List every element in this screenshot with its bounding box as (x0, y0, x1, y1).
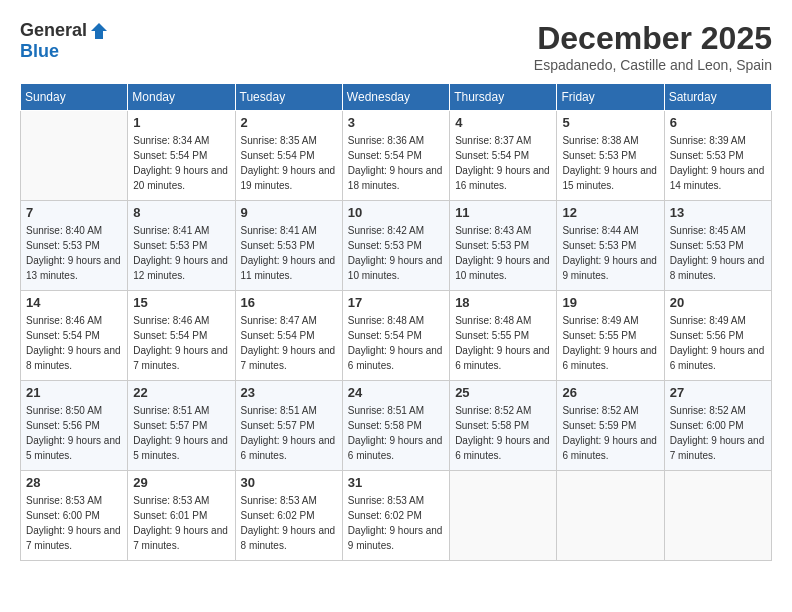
logo: General Blue (20, 20, 109, 62)
day-number: 26 (562, 385, 658, 400)
calendar-cell: 19Sunrise: 8:49 AMSunset: 5:55 PMDayligh… (557, 291, 664, 381)
day-info: Sunrise: 8:42 AMSunset: 5:53 PMDaylight:… (348, 223, 444, 283)
day-number: 29 (133, 475, 229, 490)
day-info: Sunrise: 8:52 AMSunset: 5:59 PMDaylight:… (562, 403, 658, 463)
calendar-cell: 31Sunrise: 8:53 AMSunset: 6:02 PMDayligh… (342, 471, 449, 561)
day-info: Sunrise: 8:39 AMSunset: 5:53 PMDaylight:… (670, 133, 766, 193)
day-number: 22 (133, 385, 229, 400)
calendar-header-friday: Friday (557, 84, 664, 111)
calendar-cell: 11Sunrise: 8:43 AMSunset: 5:53 PMDayligh… (450, 201, 557, 291)
day-info: Sunrise: 8:45 AMSunset: 5:53 PMDaylight:… (670, 223, 766, 283)
day-info: Sunrise: 8:53 AMSunset: 6:02 PMDaylight:… (348, 493, 444, 553)
day-info: Sunrise: 8:38 AMSunset: 5:53 PMDaylight:… (562, 133, 658, 193)
day-info: Sunrise: 8:43 AMSunset: 5:53 PMDaylight:… (455, 223, 551, 283)
calendar-cell: 23Sunrise: 8:51 AMSunset: 5:57 PMDayligh… (235, 381, 342, 471)
calendar-week-row: 1Sunrise: 8:34 AMSunset: 5:54 PMDaylight… (21, 111, 772, 201)
calendar-cell: 24Sunrise: 8:51 AMSunset: 5:58 PMDayligh… (342, 381, 449, 471)
calendar-cell (664, 471, 771, 561)
day-info: Sunrise: 8:50 AMSunset: 5:56 PMDaylight:… (26, 403, 122, 463)
calendar-week-row: 14Sunrise: 8:46 AMSunset: 5:54 PMDayligh… (21, 291, 772, 381)
month-title: December 2025 (534, 20, 772, 57)
calendar-cell: 1Sunrise: 8:34 AMSunset: 5:54 PMDaylight… (128, 111, 235, 201)
calendar-cell: 7Sunrise: 8:40 AMSunset: 5:53 PMDaylight… (21, 201, 128, 291)
day-info: Sunrise: 8:52 AMSunset: 6:00 PMDaylight:… (670, 403, 766, 463)
calendar-cell: 28Sunrise: 8:53 AMSunset: 6:00 PMDayligh… (21, 471, 128, 561)
day-number: 8 (133, 205, 229, 220)
day-number: 23 (241, 385, 337, 400)
day-number: 9 (241, 205, 337, 220)
location-text: Espadanedo, Castille and Leon, Spain (534, 57, 772, 73)
calendar-cell: 9Sunrise: 8:41 AMSunset: 5:53 PMDaylight… (235, 201, 342, 291)
day-info: Sunrise: 8:47 AMSunset: 5:54 PMDaylight:… (241, 313, 337, 373)
day-info: Sunrise: 8:53 AMSunset: 6:00 PMDaylight:… (26, 493, 122, 553)
calendar-week-row: 7Sunrise: 8:40 AMSunset: 5:53 PMDaylight… (21, 201, 772, 291)
calendar-cell: 4Sunrise: 8:37 AMSunset: 5:54 PMDaylight… (450, 111, 557, 201)
calendar-header-wednesday: Wednesday (342, 84, 449, 111)
calendar-header-sunday: Sunday (21, 84, 128, 111)
calendar-cell: 3Sunrise: 8:36 AMSunset: 5:54 PMDaylight… (342, 111, 449, 201)
calendar-cell: 6Sunrise: 8:39 AMSunset: 5:53 PMDaylight… (664, 111, 771, 201)
calendar-cell: 10Sunrise: 8:42 AMSunset: 5:53 PMDayligh… (342, 201, 449, 291)
day-info: Sunrise: 8:51 AMSunset: 5:57 PMDaylight:… (241, 403, 337, 463)
day-number: 5 (562, 115, 658, 130)
day-info: Sunrise: 8:35 AMSunset: 5:54 PMDaylight:… (241, 133, 337, 193)
day-info: Sunrise: 8:36 AMSunset: 5:54 PMDaylight:… (348, 133, 444, 193)
day-info: Sunrise: 8:49 AMSunset: 5:56 PMDaylight:… (670, 313, 766, 373)
day-number: 21 (26, 385, 122, 400)
svg-marker-0 (91, 23, 107, 39)
logo-icon (89, 21, 109, 41)
day-number: 27 (670, 385, 766, 400)
day-info: Sunrise: 8:37 AMSunset: 5:54 PMDaylight:… (455, 133, 551, 193)
day-number: 14 (26, 295, 122, 310)
day-number: 28 (26, 475, 122, 490)
day-number: 10 (348, 205, 444, 220)
day-number: 2 (241, 115, 337, 130)
calendar-cell (557, 471, 664, 561)
day-info: Sunrise: 8:53 AMSunset: 6:02 PMDaylight:… (241, 493, 337, 553)
calendar-cell: 17Sunrise: 8:48 AMSunset: 5:54 PMDayligh… (342, 291, 449, 381)
calendar-cell: 26Sunrise: 8:52 AMSunset: 5:59 PMDayligh… (557, 381, 664, 471)
page-header: General Blue December 2025 Espadanedo, C… (20, 20, 772, 73)
day-info: Sunrise: 8:52 AMSunset: 5:58 PMDaylight:… (455, 403, 551, 463)
day-number: 24 (348, 385, 444, 400)
calendar-cell: 2Sunrise: 8:35 AMSunset: 5:54 PMDaylight… (235, 111, 342, 201)
day-info: Sunrise: 8:51 AMSunset: 5:57 PMDaylight:… (133, 403, 229, 463)
day-number: 30 (241, 475, 337, 490)
calendar-cell: 27Sunrise: 8:52 AMSunset: 6:00 PMDayligh… (664, 381, 771, 471)
calendar-cell: 8Sunrise: 8:41 AMSunset: 5:53 PMDaylight… (128, 201, 235, 291)
calendar-cell: 29Sunrise: 8:53 AMSunset: 6:01 PMDayligh… (128, 471, 235, 561)
calendar-cell: 13Sunrise: 8:45 AMSunset: 5:53 PMDayligh… (664, 201, 771, 291)
calendar-cell: 12Sunrise: 8:44 AMSunset: 5:53 PMDayligh… (557, 201, 664, 291)
calendar-week-row: 21Sunrise: 8:50 AMSunset: 5:56 PMDayligh… (21, 381, 772, 471)
calendar-cell: 25Sunrise: 8:52 AMSunset: 5:58 PMDayligh… (450, 381, 557, 471)
day-info: Sunrise: 8:48 AMSunset: 5:54 PMDaylight:… (348, 313, 444, 373)
calendar-week-row: 28Sunrise: 8:53 AMSunset: 6:00 PMDayligh… (21, 471, 772, 561)
day-number: 1 (133, 115, 229, 130)
day-number: 11 (455, 205, 551, 220)
calendar-cell: 14Sunrise: 8:46 AMSunset: 5:54 PMDayligh… (21, 291, 128, 381)
calendar-cell: 15Sunrise: 8:46 AMSunset: 5:54 PMDayligh… (128, 291, 235, 381)
day-info: Sunrise: 8:41 AMSunset: 5:53 PMDaylight:… (241, 223, 337, 283)
day-number: 3 (348, 115, 444, 130)
calendar-cell (450, 471, 557, 561)
calendar-header-thursday: Thursday (450, 84, 557, 111)
day-number: 18 (455, 295, 551, 310)
day-number: 4 (455, 115, 551, 130)
calendar-header-row: SundayMondayTuesdayWednesdayThursdayFrid… (21, 84, 772, 111)
day-info: Sunrise: 8:51 AMSunset: 5:58 PMDaylight:… (348, 403, 444, 463)
day-number: 17 (348, 295, 444, 310)
day-info: Sunrise: 8:53 AMSunset: 6:01 PMDaylight:… (133, 493, 229, 553)
day-info: Sunrise: 8:46 AMSunset: 5:54 PMDaylight:… (133, 313, 229, 373)
logo-general-text: General (20, 20, 87, 41)
calendar-cell: 18Sunrise: 8:48 AMSunset: 5:55 PMDayligh… (450, 291, 557, 381)
day-number: 31 (348, 475, 444, 490)
calendar-cell: 22Sunrise: 8:51 AMSunset: 5:57 PMDayligh… (128, 381, 235, 471)
calendar-cell: 20Sunrise: 8:49 AMSunset: 5:56 PMDayligh… (664, 291, 771, 381)
day-info: Sunrise: 8:41 AMSunset: 5:53 PMDaylight:… (133, 223, 229, 283)
logo-blue-text: Blue (20, 41, 59, 62)
day-info: Sunrise: 8:40 AMSunset: 5:53 PMDaylight:… (26, 223, 122, 283)
day-info: Sunrise: 8:34 AMSunset: 5:54 PMDaylight:… (133, 133, 229, 193)
day-info: Sunrise: 8:44 AMSunset: 5:53 PMDaylight:… (562, 223, 658, 283)
day-number: 13 (670, 205, 766, 220)
calendar-cell: 30Sunrise: 8:53 AMSunset: 6:02 PMDayligh… (235, 471, 342, 561)
